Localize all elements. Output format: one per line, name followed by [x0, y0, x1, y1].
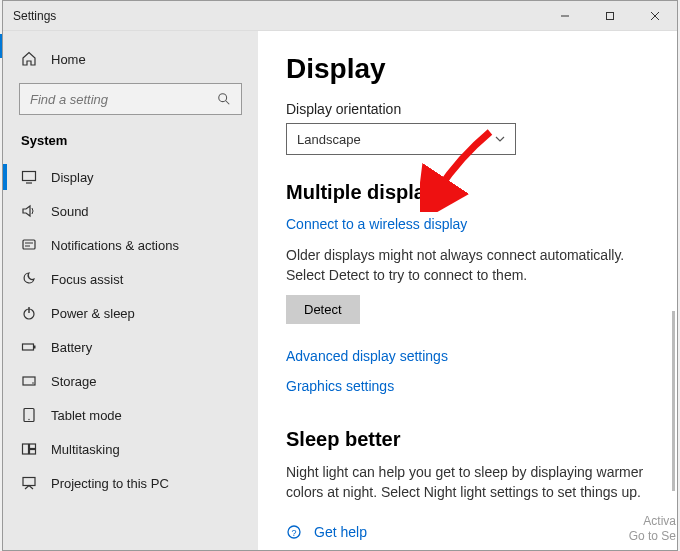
nav-list: Display Sound Notifications & actions	[3, 160, 258, 550]
chevron-down-icon	[495, 134, 505, 144]
svg-rect-19	[23, 444, 29, 454]
advanced-display-link[interactable]: Advanced display settings	[286, 348, 649, 364]
focus-assist-icon	[21, 271, 37, 287]
sidebar-item-label: Storage	[51, 374, 97, 389]
detect-description: Older displays might not always connect …	[286, 246, 649, 285]
tablet-icon	[21, 407, 37, 423]
sidebar-item-label: Projecting to this PC	[51, 476, 169, 491]
get-help-row[interactable]: ? Get help	[286, 524, 649, 540]
svg-rect-8	[23, 240, 35, 249]
help-icon: ?	[286, 524, 302, 540]
sidebar-item-battery[interactable]: Battery	[3, 330, 258, 364]
home-button[interactable]: Home	[3, 43, 258, 75]
svg-line-5	[226, 101, 230, 105]
sleep-description: Night light can help you get to sleep by…	[286, 463, 649, 502]
storage-icon	[21, 373, 37, 389]
sidebar-item-label: Battery	[51, 340, 92, 355]
maximize-button[interactable]	[587, 1, 632, 31]
svg-point-18	[28, 419, 29, 420]
projecting-icon	[21, 475, 37, 491]
wireless-display-link[interactable]: Connect to a wireless display	[286, 216, 649, 232]
window-body: Home System Display	[3, 31, 677, 550]
search-container	[3, 75, 258, 125]
sidebar-item-multitasking[interactable]: Multitasking	[3, 432, 258, 466]
multiple-displays-heading: Multiple displays	[286, 181, 649, 204]
sidebar-item-notifications[interactable]: Notifications & actions	[3, 228, 258, 262]
activation-watermark: Activa Go to Se	[629, 514, 680, 545]
svg-rect-1	[606, 12, 613, 19]
display-icon	[21, 169, 37, 185]
battery-icon	[21, 339, 37, 355]
orientation-dropdown[interactable]: Landscape	[286, 123, 516, 155]
window-title: Settings	[13, 9, 542, 23]
sidebar-item-label: Multitasking	[51, 442, 120, 457]
search-icon	[217, 92, 231, 106]
sleep-better-heading: Sleep better	[286, 428, 649, 451]
svg-rect-13	[23, 344, 34, 350]
sound-icon	[21, 203, 37, 219]
detect-button[interactable]: Detect	[286, 295, 360, 324]
svg-rect-14	[34, 346, 36, 349]
sidebar-item-label: Tablet mode	[51, 408, 122, 423]
search-box[interactable]	[19, 83, 242, 115]
page-heading: Display	[286, 53, 649, 85]
main-content: Display Display orientation Landscape Mu…	[258, 31, 677, 550]
sidebar-item-power-sleep[interactable]: Power & sleep	[3, 296, 258, 330]
multitasking-icon	[21, 441, 37, 457]
sidebar-item-display[interactable]: Display	[3, 160, 258, 194]
power-icon	[21, 305, 37, 321]
sidebar-item-sound[interactable]: Sound	[3, 194, 258, 228]
notifications-icon	[21, 237, 37, 253]
svg-rect-21	[30, 450, 36, 455]
titlebar: Settings	[3, 1, 677, 31]
orientation-label: Display orientation	[286, 101, 649, 117]
sidebar-item-label: Sound	[51, 204, 89, 219]
window-controls	[542, 1, 677, 31]
svg-rect-22	[23, 478, 35, 486]
svg-point-4	[219, 94, 227, 102]
scrollbar-thumb[interactable]	[672, 311, 675, 491]
svg-text:?: ?	[291, 528, 296, 538]
svg-rect-20	[30, 444, 36, 449]
svg-rect-15	[23, 377, 35, 385]
sidebar-item-label: Focus assist	[51, 272, 123, 287]
orientation-value: Landscape	[297, 132, 361, 147]
sidebar-item-tablet-mode[interactable]: Tablet mode	[3, 398, 258, 432]
svg-point-16	[32, 382, 34, 384]
svg-rect-6	[23, 172, 36, 181]
sidebar-item-storage[interactable]: Storage	[3, 364, 258, 398]
watermark-line1: Activa	[629, 514, 676, 530]
home-icon	[21, 51, 37, 67]
minimize-button[interactable]	[542, 1, 587, 31]
graphics-settings-link[interactable]: Graphics settings	[286, 378, 649, 394]
sidebar-item-label: Display	[51, 170, 94, 185]
search-input[interactable]	[30, 92, 217, 107]
category-heading: System	[3, 125, 258, 160]
watermark-line2: Go to Se	[629, 529, 676, 545]
get-help-link[interactable]: Get help	[314, 524, 367, 540]
sidebar-item-projecting[interactable]: Projecting to this PC	[3, 466, 258, 500]
home-label: Home	[51, 52, 86, 67]
settings-window: Settings Home	[2, 0, 678, 551]
sidebar-item-label: Power & sleep	[51, 306, 135, 321]
close-button[interactable]	[632, 1, 677, 31]
sidebar-item-label: Notifications & actions	[51, 238, 179, 253]
sidebar-item-focus-assist[interactable]: Focus assist	[3, 262, 258, 296]
sidebar: Home System Display	[3, 31, 258, 550]
